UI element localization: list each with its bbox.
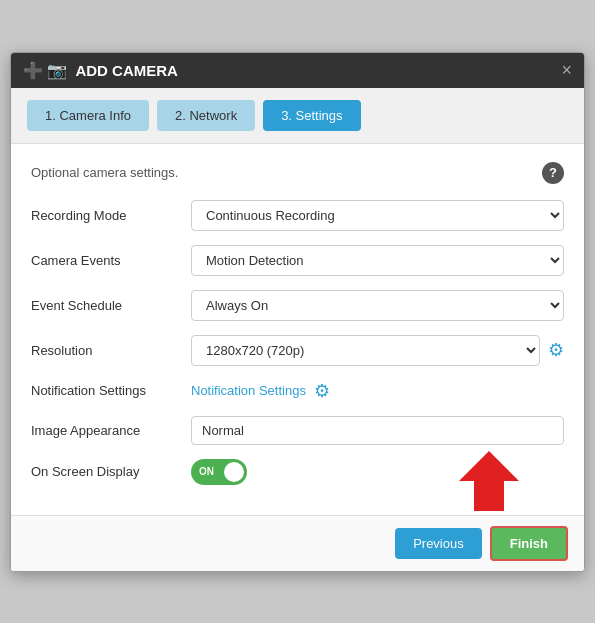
add-camera-modal: ➕ 📷 ADD CAMERA × 1. Camera Info 2. Netwo… (10, 52, 585, 572)
on-screen-display-row: On Screen Display ON (31, 459, 564, 485)
modal-body: Optional camera settings. ? Recording Mo… (11, 144, 584, 515)
notification-gear-icon[interactable]: ⚙ (314, 380, 330, 402)
modal-header: ➕ 📷 ADD CAMERA × (11, 53, 584, 88)
previous-button[interactable]: Previous (395, 528, 482, 559)
step3-button[interactable]: 3. Settings (263, 100, 360, 131)
camera-events-label: Camera Events (31, 253, 191, 268)
toggle-container: ON (191, 459, 247, 485)
event-schedule-label: Event Schedule (31, 298, 191, 313)
on-screen-display-label: On Screen Display (31, 464, 191, 479)
modal-title-group: ➕ 📷 ADD CAMERA (23, 61, 178, 80)
resolution-row: Resolution 1280x720 (720p) 640x480 (480p… (31, 335, 564, 366)
modal-footer: Previous Finish (11, 515, 584, 571)
camera-events-row: Camera Events Motion Detection Always On… (31, 245, 564, 276)
recording-mode-label: Recording Mode (31, 208, 191, 223)
recording-mode-row: Recording Mode Continuous Recording Moti… (31, 200, 564, 231)
recording-mode-control: Continuous Recording Motion Detection Al… (191, 200, 564, 231)
close-button[interactable]: × (561, 61, 572, 79)
step2-button[interactable]: 2. Network (157, 100, 255, 131)
help-icon[interactable]: ? (542, 162, 564, 184)
toggle-switch[interactable]: ON (191, 459, 247, 485)
resolution-gear-icon[interactable]: ⚙ (548, 339, 564, 361)
event-schedule-control: Always On Custom Never (191, 290, 564, 321)
camera-events-control: Motion Detection Always On Never (191, 245, 564, 276)
recording-mode-select[interactable]: Continuous Recording Motion Detection Al… (191, 200, 564, 231)
notification-settings-label: Notification Settings (31, 383, 191, 398)
event-schedule-row: Event Schedule Always On Custom Never (31, 290, 564, 321)
optional-note-text: Optional camera settings. (31, 165, 178, 180)
notification-settings-row: Notification Settings Notification Setti… (31, 380, 564, 402)
steps-bar: 1. Camera Info 2. Network 3. Settings (11, 88, 584, 144)
optional-note-row: Optional camera settings. ? (31, 162, 564, 184)
notification-settings-link[interactable]: Notification Settings (191, 383, 306, 398)
image-appearance-control (191, 416, 564, 445)
camera-icon: ➕ 📷 (23, 61, 67, 80)
resolution-select[interactable]: 1280x720 (720p) 640x480 (480p) 1920x1080… (191, 335, 540, 366)
notification-settings-control: Notification Settings ⚙ (191, 380, 564, 402)
toggle-slider: ON (191, 459, 247, 485)
camera-events-select[interactable]: Motion Detection Always On Never (191, 245, 564, 276)
finish-button[interactable]: Finish (490, 526, 568, 561)
step1-button[interactable]: 1. Camera Info (27, 100, 149, 131)
event-schedule-select[interactable]: Always On Custom Never (191, 290, 564, 321)
resolution-control: 1280x720 (720p) 640x480 (480p) 1920x1080… (191, 335, 564, 366)
toggle-on-label: ON (199, 466, 214, 477)
image-appearance-label: Image Appearance (31, 423, 191, 438)
image-appearance-input[interactable] (191, 416, 564, 445)
on-screen-display-control: ON (191, 459, 564, 485)
modal-title: ADD CAMERA (75, 62, 178, 79)
resolution-label: Resolution (31, 343, 191, 358)
image-appearance-row: Image Appearance (31, 416, 564, 445)
